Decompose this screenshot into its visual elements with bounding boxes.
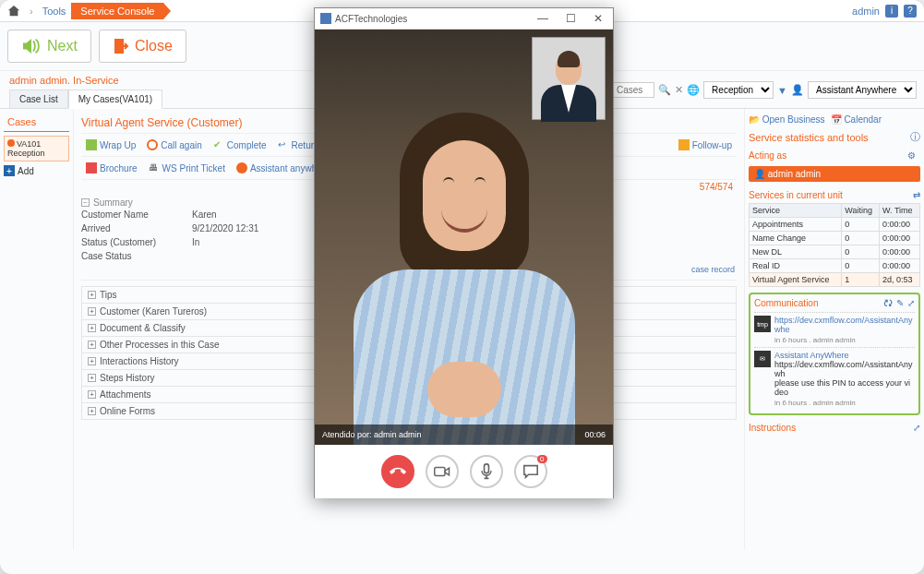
- attended-by-label: Atendido por: admin admin: [322, 430, 422, 439]
- stats-info-icon[interactable]: ⓘ: [910, 130, 920, 144]
- return-icon: ↩: [278, 139, 289, 150]
- acting-user: 👤 admin admin: [749, 166, 920, 182]
- comm-message[interactable]: tmp https://dev.cxmflow.com/AssistantAny…: [754, 312, 915, 347]
- globe-icon: 🌐: [687, 84, 700, 96]
- video-main-feed: Atendido por: admin admin 00:06: [315, 30, 613, 445]
- comm-expand-icon[interactable]: ⤢: [907, 298, 915, 308]
- field-label: Arrived: [81, 223, 192, 233]
- followup-icon: [678, 139, 690, 150]
- instructions-title: Instructions: [749, 423, 796, 433]
- stats-title: Service statistics and tools: [749, 132, 869, 143]
- expand-icon[interactable]: ⤢: [913, 423, 920, 433]
- chat-badge: 0: [537, 455, 546, 463]
- info-icon[interactable]: i: [885, 5, 898, 18]
- refresh-icon[interactable]: ⇄: [913, 190, 920, 200]
- col-waiting[interactable]: Waiting: [842, 204, 880, 218]
- chevron-right-icon: ›: [30, 6, 33, 17]
- minimize-button[interactable]: —: [534, 12, 552, 25]
- hangup-button[interactable]: [381, 455, 414, 488]
- breadcrumb-tools[interactable]: Tools: [37, 4, 72, 18]
- search-icon[interactable]: 🔍: [658, 84, 671, 96]
- followup-button[interactable]: Follow-up: [674, 138, 737, 152]
- calendar-link[interactable]: 📅 Calendar: [831, 114, 882, 125]
- wrapup-icon: [86, 139, 97, 150]
- mic-icon: [480, 463, 493, 480]
- case-status-dot: [7, 139, 15, 147]
- msg-type-icon: tmp: [754, 316, 771, 332]
- communication-panel: Communication 🗘 ✎ ⤢ tmp https://dev.cxmf…: [749, 293, 920, 415]
- comm-message[interactable]: ✉ Assistant AnyWhere https://dev.cxmflow…: [754, 347, 915, 410]
- add-case-button[interactable]: + Add: [4, 165, 69, 176]
- speaker-icon: [21, 38, 42, 54]
- filter-icon[interactable]: ▼: [777, 85, 787, 96]
- cases-header: Cases: [4, 113, 69, 132]
- user-icon: 👤: [791, 84, 804, 96]
- services-label: Services in current unit: [749, 190, 843, 200]
- printer-icon: 🖶: [149, 162, 160, 173]
- col-service[interactable]: Service: [750, 204, 842, 218]
- table-row[interactable]: Appointments00:00:00: [750, 218, 920, 232]
- mic-button[interactable]: [470, 455, 503, 488]
- assistant-dropdown[interactable]: Assistant Anywhere: [808, 81, 917, 99]
- table-row[interactable]: Virtual Agent Service12d, 0:53: [750, 273, 920, 287]
- col-wtime[interactable]: W. Time: [880, 204, 920, 218]
- open-business-link[interactable]: 📂 Open Business: [749, 114, 825, 125]
- brochure-icon: [86, 162, 97, 173]
- acting-label: Acting as: [749, 150, 786, 163]
- video-call-window[interactable]: ACFTechnologies — ☐ ✕: [314, 7, 614, 498]
- door-exit-icon: [113, 38, 129, 54]
- chat-button[interactable]: 0: [514, 455, 547, 488]
- check-icon: ✔: [213, 139, 224, 150]
- brochure-button[interactable]: Brochure: [81, 161, 142, 175]
- table-row[interactable]: New DL00:00:00: [750, 245, 920, 259]
- window-title: ACFTechnologies: [335, 14, 407, 24]
- case-item[interactable]: VA101 Reception: [4, 136, 69, 161]
- next-button[interactable]: Next: [7, 30, 91, 63]
- comm-refresh-icon[interactable]: 🗘: [883, 298, 893, 308]
- camera-icon: [434, 465, 450, 478]
- current-user: admin: [852, 6, 880, 17]
- app-icon: [320, 13, 331, 24]
- comm-title: Communication: [754, 298, 818, 308]
- clear-search-icon[interactable]: ✕: [675, 84, 683, 96]
- callagain-icon: [147, 139, 158, 150]
- gear-icon[interactable]: ⚙: [907, 150, 920, 163]
- window-close-button[interactable]: ✕: [589, 12, 607, 25]
- phone-icon: [390, 463, 406, 480]
- home-icon[interactable]: [7, 5, 20, 18]
- maximize-button[interactable]: ☐: [561, 12, 580, 25]
- tab-my-cases[interactable]: My Cases(VA101): [68, 90, 162, 109]
- table-row[interactable]: Name Change00:00:00: [750, 232, 920, 245]
- field-label: Status (Customer): [81, 237, 192, 247]
- table-row[interactable]: Real ID00:00:00: [750, 259, 920, 273]
- callagain-button[interactable]: Call again: [142, 138, 206, 152]
- call-timer: 00:06: [584, 430, 606, 439]
- plus-icon: +: [4, 165, 15, 176]
- location-dropdown[interactable]: Reception: [703, 81, 774, 99]
- chat-icon: [522, 464, 539, 479]
- wrapup-button[interactable]: Wrap Up: [81, 138, 140, 152]
- print-button[interactable]: 🖶WS Print Ticket: [144, 161, 230, 175]
- svg-rect-2: [484, 464, 488, 473]
- field-label: Case Status: [81, 251, 192, 261]
- services-table: Service Waiting W. Time Appointments00:0…: [749, 203, 920, 287]
- help-icon[interactable]: ?: [904, 5, 917, 18]
- msg-type-icon: ✉: [754, 351, 771, 367]
- svg-rect-1: [434, 468, 444, 476]
- breadcrumb-active: Service Console: [71, 3, 163, 19]
- assistant-icon: [236, 162, 247, 173]
- close-button[interactable]: Close: [99, 30, 186, 63]
- tab-case-list[interactable]: Case List: [9, 90, 68, 108]
- complete-button[interactable]: ✔Complete: [209, 138, 271, 152]
- video-self-view[interactable]: [532, 37, 606, 120]
- comm-edit-icon[interactable]: ✎: [896, 298, 904, 308]
- camera-button[interactable]: [426, 455, 459, 488]
- field-label: Customer Name: [81, 209, 192, 220]
